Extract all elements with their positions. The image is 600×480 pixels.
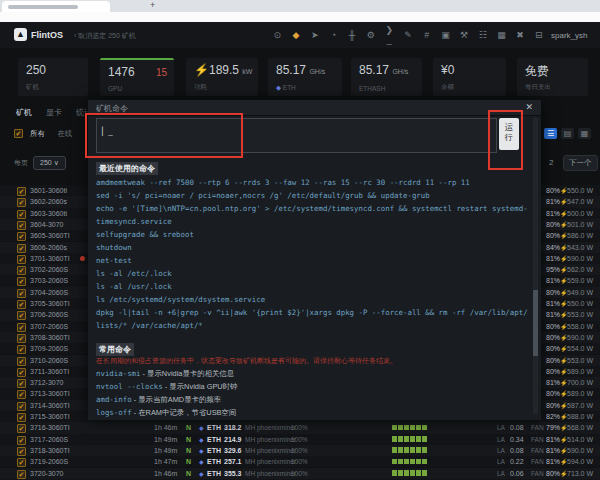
row-checkbox[interactable]: ✔ [17,334,26,343]
row-checkbox[interactable]: ✔ [17,255,26,264]
table-row[interactable]: ✔3716-3060TI1h 46mN◆ETH318.2MHphoenixmin… [0,422,600,433]
row-checkbox[interactable]: ✔ [17,357,26,366]
worker-name[interactable]: 3717-2060S [30,436,68,443]
row-checkbox[interactable]: ✔ [17,390,26,399]
uptime: 1h 49m [154,436,177,443]
recent-command[interactable]: dpkg -l|tail -n +6|grep -v ^ii|awk '{pri… [96,306,528,332]
row-checkbox[interactable]: ✔ [17,210,26,219]
row-checkbox[interactable]: ✔ [17,447,26,456]
modal-scrollbar[interactable] [533,118,538,414]
worker-name[interactable]: 3707-2060S [30,323,68,330]
worker-name[interactable]: 3715-3060TI [30,413,70,420]
fan-value: 81% [546,436,560,443]
recent-commands-header: 最近使用的命令 [96,162,158,175]
worker-name[interactable]: 3606-2060s [30,244,67,251]
worker-name[interactable]: 3703-2060S [30,277,68,284]
row-checkbox[interactable]: ✔ [17,311,26,320]
worker-name[interactable]: 3601-3060ti [30,187,67,194]
recent-command[interactable]: amdmemtweak --ref 7500 --rtp 6 --rrds 3 … [96,176,528,189]
common-command[interactable]: nvtool --clocks - 显示Nvidia GPU时钟 [96,380,528,393]
table-row[interactable]: ✔3720-30701h 46mN◆ETH355.3MHphoenixminer… [0,468,600,479]
hashrate: 214.9 [224,436,242,443]
fan-value: 80% [546,323,560,330]
uptime: 1h 49m [154,447,177,454]
row-checkbox[interactable]: ✔ [17,300,26,309]
worker-name[interactable]: 3602-2060s [30,198,67,205]
table-row[interactable]: ✔3718-3060TI1h 49mN◆ETH329.6MHphoenixmin… [0,445,600,456]
close-icon[interactable]: ✕ [525,102,533,112]
common-command[interactable]: nvidia-smi - 显示Nvidia显卡的相关信息 [96,367,528,380]
worker-name[interactable]: 3710-2060S [30,357,68,364]
recent-command[interactable]: ls /etc/systemd/system/dsystem.service [96,293,528,306]
command-text[interactable]: nvidia-smi [96,369,141,378]
recent-command[interactable]: ls -al /etc/.lock [96,267,528,280]
worker-name[interactable]: 3709-2060S [30,345,68,352]
row-checkbox[interactable]: ✔ [17,413,26,422]
row-checkbox[interactable]: ✔ [17,379,26,388]
miner-percent: 100% [291,470,308,477]
worker-name[interactable]: 3708-3060TI [30,334,70,341]
row-checkbox[interactable]: ✔ [17,368,26,377]
command-text[interactable]: logs-off [96,408,132,417]
table-row[interactable]: ✔3717-2060S1h 49mN◆ETH214.9MHphoenixmine… [0,434,600,445]
worker-name[interactable]: 3604-3070 [30,221,63,228]
row-checkbox[interactable]: ✔ [17,402,26,411]
recent-command[interactable]: net-test [96,254,528,267]
command-text[interactable]: nvtool --clocks [96,382,163,391]
command-text[interactable]: amd-info [96,395,132,404]
row-checkbox[interactable]: ✔ [17,323,26,332]
worker-name[interactable]: 3702-2060S [30,266,68,273]
row-checkbox[interactable]: ✔ [17,232,26,241]
common-command[interactable]: logs-off - 在RAM中记录，节省USB空间 [96,406,528,419]
row-checkbox[interactable]: ✔ [17,187,26,196]
worker-name[interactable]: 3720-3070 [30,470,63,477]
hashrate: 257.1 [224,458,242,465]
recent-command[interactable]: selfupgrade && sreboot [96,228,528,241]
row-checkbox[interactable]: ✔ [17,289,26,298]
command-desc: - 显示当前AMD显卡的频率 [132,395,222,404]
common-command[interactable]: amd-info - 显示当前AMD显卡的频率 [96,393,528,406]
power-value: 562.0 W [567,266,593,273]
power-value: 554.0 W [567,345,593,352]
row-checkbox[interactable]: ✔ [17,436,26,445]
worker-name[interactable]: 3706-2060S [30,311,68,318]
fan-value: 84% [546,244,560,251]
row-checkbox[interactable]: ✔ [17,345,26,354]
row-checkbox[interactable]: ✔ [17,470,26,479]
eth-icon: ◆ [199,458,204,465]
worker-name[interactable]: 3701-3060TI [30,255,70,262]
worker-name[interactable]: 3605-3060TI [30,232,70,239]
worker-name[interactable]: 3704-2060S [30,289,68,296]
recent-command[interactable]: shutdown [96,241,528,254]
worker-name[interactable]: 3714-3060TI [30,402,70,409]
worker-name[interactable]: 3711-3060TI [30,368,69,375]
worker-name[interactable]: 3712-3070 [30,379,63,386]
row-checkbox[interactable]: ✔ [17,277,26,286]
worker-name[interactable]: 3705-3060TI [30,300,70,307]
worker-name[interactable]: 3603-3060ti [30,210,67,217]
fan-value: 81% [546,458,560,465]
recent-command[interactable]: ls -al /usr/.lock [96,280,528,293]
coin-label: ETH [207,447,221,454]
row-checkbox[interactable]: ✔ [17,458,26,467]
fan-label: FAN [531,447,544,454]
fan-value: 80% [546,357,560,364]
scrollbar-thumb[interactable] [533,290,538,356]
hash-unit: MH [245,458,255,465]
recent-command[interactable]: echo -e '[Time]\nNTP=cn.pool.ntp.org' > … [96,202,528,228]
worker-name[interactable]: 3716-3060TI [30,424,70,431]
gpu-status-squares [392,436,427,442]
row-checkbox[interactable]: ✔ [17,244,26,253]
worker-name[interactable]: 3719-2060S [30,458,68,465]
recent-command[interactable]: sed -i 's/ pci=noaer / pci=noaer,nocrs /… [96,189,528,202]
table-row[interactable]: ✔3719-2060S1h 47mN◆ETH257.1MHphoenixmine… [0,456,600,467]
hash-unit: MH [245,447,255,454]
row-checkbox[interactable]: ✔ [17,266,26,275]
worker-name[interactable]: 3713-3060TI [30,390,70,397]
row-checkbox[interactable]: ✔ [17,221,26,230]
worker-name[interactable]: 3718-3060TI [30,447,70,454]
fan-value: 80% [546,334,560,341]
hashrate: 355.3 [224,470,242,477]
row-checkbox[interactable]: ✔ [17,198,26,207]
row-checkbox[interactable]: ✔ [17,424,26,433]
